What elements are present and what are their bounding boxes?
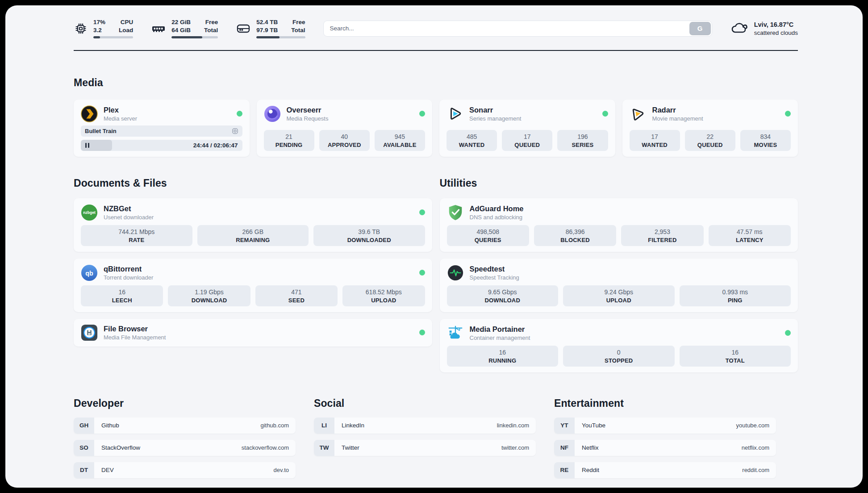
app-card-qbittorrent[interactable]: qb qBittorrent Torrent downloader 16LEEC…	[74, 259, 432, 312]
cpu-chip-icon	[74, 21, 88, 36]
stat-tile: 22QUEUED	[685, 130, 735, 150]
app-card-sonarr[interactable]: Sonarr Series management 485WANTED 17QUE…	[439, 100, 615, 157]
app-card-plex[interactable]: Plex Media server Bullet Train	[74, 100, 250, 157]
bookmark-github[interactable]: GH Github github.com	[74, 418, 296, 434]
bookmark-stackoverflow[interactable]: SO StackOverflow stackoverflow.com	[74, 440, 296, 456]
app-card-adguard[interactable]: AdGuard Home DNS and adblocking 498,508Q…	[440, 198, 798, 252]
bookmark-url: reddit.com	[742, 467, 769, 473]
app-description: Speedtest Tracking	[470, 274, 519, 281]
stat-tile: 9.65 GbpsDOWNLOAD	[447, 285, 559, 306]
section-title-utilities: Utilities	[440, 177, 798, 189]
cpu-load: 3.2	[93, 27, 105, 34]
search-input[interactable]	[323, 21, 712, 37]
search-bar: G	[323, 21, 712, 37]
app-description: Container management	[470, 334, 530, 341]
app-card-nzbget[interactable]: nzbget NZBGet Usenet downloader 744.21 M…	[74, 198, 432, 252]
bookmark-name: StackOverflow	[101, 444, 140, 451]
bookmark-abbr: TW	[314, 440, 334, 456]
bookmark-abbr: RE	[554, 462, 575, 478]
app-description: Media Requests	[287, 115, 329, 122]
search-engine-button[interactable]: G	[689, 22, 711, 35]
bookmark-dev[interactable]: DT DEV dev.to	[74, 462, 296, 478]
app-card-portainer[interactable]: Media Portainer Container management 16R…	[440, 319, 798, 372]
app-card-overseerr[interactable]: Overseerr Media Requests 21PENDING 40APP…	[257, 100, 433, 157]
app-name: Sonarr	[469, 106, 521, 114]
stat-tile: 266 GBREMAINING	[197, 225, 309, 246]
app-name: Speedtest	[470, 265, 519, 273]
svg-text:nzbget: nzbget	[83, 210, 96, 215]
bookmark-name: Github	[101, 422, 119, 429]
radarr-icon	[630, 105, 647, 122]
memory-stat: 22 GiB Free 64 GiB Total	[151, 19, 218, 38]
cpu-progress-bar	[93, 36, 133, 38]
cpu-stat: 17% CPU 3.2 Load	[74, 19, 133, 38]
bookmark-url: github.com	[260, 422, 289, 429]
pause-button[interactable]	[85, 143, 89, 148]
bookmark-reddit[interactable]: RE Reddit reddit.com	[554, 462, 776, 478]
weather-widget: Lviv, 16.87°C scattered clouds	[730, 20, 798, 37]
bookmark-name: Reddit	[582, 467, 599, 473]
playback-progress-bar: 24:44 / 02:06:47	[81, 140, 242, 151]
status-dot	[419, 270, 425, 276]
section-title-entertainment: Entertainment	[554, 397, 776, 409]
stat-tile: 17QUEUED	[502, 130, 552, 150]
header-divider	[74, 50, 798, 51]
disk-total: 97.9 TB	[256, 27, 278, 34]
bookmark-url: stackoverflow.com	[242, 444, 289, 451]
bookmark-name: DEV	[101, 467, 114, 473]
bookmark-abbr: GH	[74, 418, 94, 434]
stat-tile: 21PENDING	[264, 130, 314, 150]
status-dot	[785, 111, 791, 117]
bookmark-url: dev.to	[274, 467, 289, 473]
stat-tile: 1.19 GbpsDOWNLOAD	[168, 285, 250, 306]
bookmark-twitter[interactable]: TW Twitter twitter.com	[314, 440, 536, 456]
svg-text:qb: qb	[85, 269, 93, 276]
stat-tile: 945AVAILABLE	[375, 130, 425, 150]
now-playing-title: Bullet Train	[85, 128, 117, 134]
section-title-media: Media	[74, 77, 798, 89]
app-name: AdGuard Home	[470, 205, 524, 213]
section-title-developer: Developer	[74, 397, 296, 409]
app-description: Series management	[469, 115, 521, 122]
section-title-documents: Documents & Files	[74, 177, 432, 189]
session-device-icon[interactable]	[232, 128, 238, 134]
app-description: Media File Management	[104, 334, 166, 341]
memory-free-label: Free	[204, 19, 218, 26]
filebrowser-icon	[81, 324, 98, 341]
bookmark-linkedin[interactable]: LI LinkedIn linkedin.com	[314, 418, 536, 434]
status-dot	[785, 330, 791, 336]
stat-tile: 39.6 TBDOWNLOADED	[313, 225, 425, 246]
qbittorrent-icon: qb	[81, 264, 98, 281]
bookmark-abbr: DT	[74, 462, 94, 478]
adguard-icon	[447, 204, 464, 221]
top-bar: 17% CPU 3.2 Load	[5, 5, 863, 38]
portainer-icon	[447, 325, 464, 342]
app-card-filebrowser[interactable]: File Browser Media File Management	[74, 319, 432, 347]
bookmark-url: netflix.com	[742, 444, 769, 451]
weather-condition: scattered clouds	[754, 29, 798, 37]
bookmark-url: youtube.com	[736, 422, 769, 429]
weather-location: Lviv, 16.87°C	[754, 21, 798, 29]
app-name: Plex	[104, 106, 137, 114]
bookmark-netflix[interactable]: NF Netflix netflix.com	[554, 440, 776, 456]
plex-icon	[81, 105, 98, 122]
bookmark-url: linkedin.com	[497, 422, 529, 429]
stat-tile: 40APPROVED	[319, 130, 370, 150]
stat-tile: 0STOPPED	[563, 346, 675, 366]
playback-time: 24:44 / 02:06:47	[193, 142, 242, 149]
bookmark-abbr: NF	[554, 440, 575, 456]
stat-tile: 471SEED	[255, 285, 338, 306]
disk-stat: 52.4 TB Free 97.9 TB Total	[236, 19, 305, 38]
stat-tile: 196SERIES	[557, 130, 608, 150]
bookmark-name: Twitter	[342, 444, 359, 451]
app-card-radarr[interactable]: Radarr Movie management 17WANTED 22QUEUE…	[622, 100, 798, 157]
stat-tile: 9.24 GbpsUPLOAD	[563, 285, 675, 306]
bookmark-youtube[interactable]: YT YouTube youtube.com	[554, 418, 776, 434]
cpu-percent: 17%	[93, 19, 105, 26]
status-dot	[419, 209, 425, 215]
status-dot	[419, 330, 425, 335]
dashboard-page: 17% CPU 3.2 Load	[5, 5, 863, 488]
app-card-speedtest[interactable]: Speedtest Speedtest Tracking 9.65 GbpsDO…	[440, 259, 798, 312]
app-name: Media Portainer	[470, 325, 530, 334]
app-name: NZBGet	[104, 205, 154, 213]
